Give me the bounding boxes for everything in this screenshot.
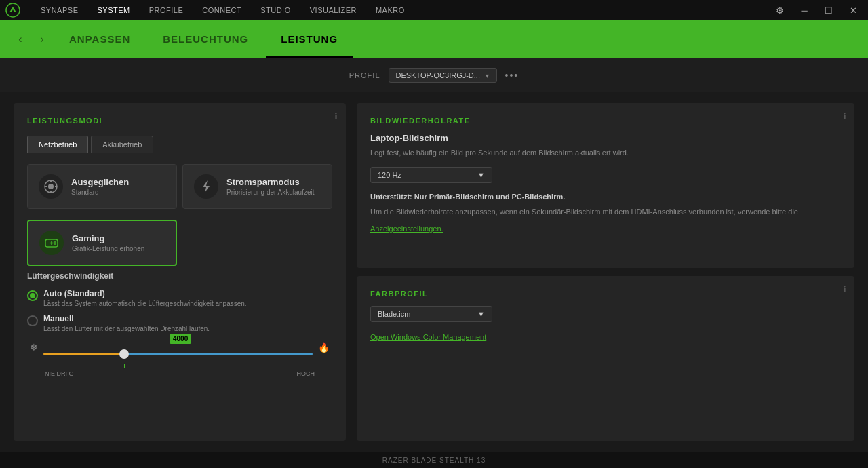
nav-studio[interactable]: STUDIO bbox=[251, 0, 300, 20]
radio-manual-label: Manuell bbox=[43, 314, 210, 324]
tab-akkubetrieb[interactable]: Akkubetrieb bbox=[91, 136, 153, 153]
colorprofile-chevron-icon: ▼ bbox=[477, 310, 485, 318]
profile-value: DESKTOP-QC3IRGJ-D... bbox=[396, 71, 480, 79]
titlebar-right: ⚙ ─ ☐ ✕ bbox=[770, 3, 863, 17]
colorprofile-dropdown[interactable]: Blade.icm ▼ bbox=[370, 306, 492, 322]
subnav: ‹ › ANPASSEN BELEUCHTUNG LEISTUNG bbox=[0, 20, 868, 58]
profile-dropdown[interactable]: DESKTOP-QC3IRGJ-D... ▾ bbox=[389, 68, 497, 83]
svg-marker-7 bbox=[203, 180, 210, 193]
app-logo-icon bbox=[5, 3, 20, 18]
nav-connect[interactable]: CONNECT bbox=[193, 0, 251, 20]
back-arrow-button[interactable]: ‹ bbox=[11, 30, 30, 49]
nav-makro[interactable]: MAKRO bbox=[366, 0, 414, 20]
slider-tooltip: 4000 bbox=[170, 334, 191, 344]
bildwiederholrate-title: BILDWIEDERHOLRATE bbox=[370, 117, 841, 125]
leistungsmodi-title: LEISTUNGSMODI bbox=[27, 117, 332, 125]
profile-bar: PROFIL DESKTOP-QC3IRGJ-D... ▾ ••• bbox=[0, 58, 868, 92]
radio-auto-sublabel: Lässt das System automatisch die Lüfterg… bbox=[43, 300, 247, 307]
stromsparmodus-title: Stromsparmodus bbox=[226, 177, 315, 187]
farbprofil-info-icon[interactable]: ℹ bbox=[843, 284, 846, 294]
statusbar: RAZER BLADE STEALTH 13 bbox=[0, 452, 868, 468]
supported-text: Unterstützt: Nur Primär-Bildschirm und P… bbox=[370, 191, 841, 203]
ausgeglichen-title: Ausgeglichen bbox=[71, 177, 129, 187]
hz-dropdown[interactable]: 120 Hz ▼ bbox=[370, 167, 492, 183]
anzeigeeinstellungen-link[interactable]: Anzeigeeinstellungen. bbox=[370, 225, 443, 233]
settings-button[interactable]: ⚙ bbox=[770, 3, 789, 17]
mode-grid: Ausgeglichen Standard Stromsparmodus Pri… bbox=[27, 164, 332, 209]
hz-chevron-icon: ▼ bbox=[477, 171, 485, 179]
laptop-bildschirm-subtitle: Laptop-Bildschirm bbox=[370, 133, 841, 143]
radio-auto-label: Auto (Standard) bbox=[43, 289, 247, 298]
fan-slider-thumb[interactable] bbox=[119, 349, 129, 359]
close-button[interactable]: ✕ bbox=[844, 3, 863, 17]
svg-point-2 bbox=[48, 184, 54, 189]
radio-manual-sublabel: Lässt den Lüfter mit der ausgewählten Dr… bbox=[43, 325, 210, 332]
profile-more-button[interactable]: ••• bbox=[505, 70, 519, 81]
fan-low-icon: ❄ bbox=[30, 342, 38, 353]
fan-slider-track bbox=[43, 353, 313, 355]
color-management-link[interactable]: Open Windows Color Management bbox=[370, 333, 486, 341]
svg-point-0 bbox=[6, 3, 20, 17]
mode-tabs: Netzbetrieb Akkubetrieb bbox=[27, 136, 332, 153]
bildwiederholrate-desc: Legt fest, wie häufig ein Bild pro Sekun… bbox=[370, 147, 841, 159]
chevron-down-icon: ▾ bbox=[486, 72, 489, 79]
left-panel-info-icon[interactable]: ℹ bbox=[334, 111, 338, 121]
fan-section-title: Lüftergeschwindigkeit bbox=[27, 271, 332, 281]
gaming-title: Gaming bbox=[72, 233, 144, 243]
stromsparmodus-subtitle: Priorisierung der Akkulaufzeit bbox=[226, 189, 315, 196]
gaming-icon bbox=[39, 231, 64, 255]
mode-card-stromsparmodus[interactable]: Stromsparmodus Priorisierung der Akkulau… bbox=[182, 164, 332, 209]
radio-auto[interactable]: Auto (Standard) Lässt das System automat… bbox=[27, 289, 332, 307]
nav-visualizer[interactable]: VISUALIZER bbox=[300, 0, 366, 20]
hz-value: 120 Hz bbox=[378, 171, 401, 179]
bildwiederholrate-panel: ℹ BILDWIEDERHOLRATE Laptop-Bildschirm Le… bbox=[357, 103, 854, 268]
ausgeglichen-subtitle: Standard bbox=[71, 189, 129, 196]
slider-label-low: NIE DRI G bbox=[45, 370, 74, 378]
bildwiederholrate-info-icon[interactable]: ℹ bbox=[843, 111, 846, 121]
mode-card-ausgeglichen[interactable]: Ausgeglichen Standard bbox=[27, 164, 177, 209]
fan-high-icon: 🔥 bbox=[318, 342, 330, 353]
titlebar-left: SYNAPSE SYSTEM PROFILE CONNECT STUDIO VI… bbox=[5, 0, 414, 20]
colorprofile-value: Blade.icm bbox=[378, 310, 410, 318]
left-panel: ℹ LEISTUNGSMODI Netzbetrieb Akkubetrieb bbox=[14, 103, 346, 441]
statusbar-text: RAZER BLADE STEALTH 13 bbox=[382, 456, 486, 464]
slider-label-high: HOCH bbox=[297, 370, 315, 378]
farbprofil-panel: ℹ FARBPROFIL Blade.icm ▼ Open Windows Co… bbox=[357, 276, 854, 441]
radio-manual[interactable]: Manuell Lässt den Lüfter mit der ausgewä… bbox=[27, 314, 332, 332]
radio-manual-btn[interactable] bbox=[27, 315, 38, 326]
radio-auto-btn[interactable] bbox=[27, 290, 38, 301]
maximize-button[interactable]: ☐ bbox=[819, 3, 838, 17]
mode-card-gaming[interactable]: Gaming Grafik-Leistung erhöhen bbox=[27, 220, 177, 266]
minimize-button[interactable]: ─ bbox=[795, 3, 814, 17]
subnav-anpassen[interactable]: ANPASSEN bbox=[54, 20, 145, 58]
nav-system[interactable]: SYSTEM bbox=[87, 0, 139, 20]
titlebar: SYNAPSE SYSTEM PROFILE CONNECT STUDIO VI… bbox=[0, 0, 868, 20]
farbprofil-title: FARBPROFIL bbox=[370, 290, 841, 298]
nav-profile[interactable]: PROFILE bbox=[140, 0, 193, 20]
titlebar-nav: SYNAPSE SYSTEM PROFILE CONNECT STUDIO VI… bbox=[31, 0, 414, 20]
svg-point-11 bbox=[54, 241, 56, 243]
profile-label: PROFIL bbox=[349, 71, 380, 79]
main-content: ℹ LEISTUNGSMODI Netzbetrieb Akkubetrieb bbox=[0, 92, 868, 452]
svg-point-12 bbox=[54, 243, 56, 245]
tab-netzbetrieb[interactable]: Netzbetrieb bbox=[27, 136, 88, 153]
fan-speed-slider-container: ❄ 4000 🔥 NIE DRI G HOCH bbox=[27, 339, 332, 378]
ausgeglichen-icon bbox=[39, 174, 63, 199]
gaming-subtitle: Grafik-Leistung erhöhen bbox=[72, 245, 144, 252]
right-panels: ℹ BILDWIEDERHOLRATE Laptop-Bildschirm Le… bbox=[357, 103, 854, 441]
stromsparmodus-icon bbox=[194, 174, 218, 199]
subnav-beleuchtung[interactable]: BELEUCHTUNG bbox=[148, 20, 263, 58]
subnav-leistung[interactable]: LEISTUNG bbox=[266, 20, 353, 58]
nav-synapse[interactable]: SYNAPSE bbox=[31, 0, 87, 20]
forward-arrow-button[interactable]: › bbox=[33, 30, 52, 49]
supported-rest-text: Um die Bildwiederholrate anzupassen, wen… bbox=[370, 206, 841, 218]
